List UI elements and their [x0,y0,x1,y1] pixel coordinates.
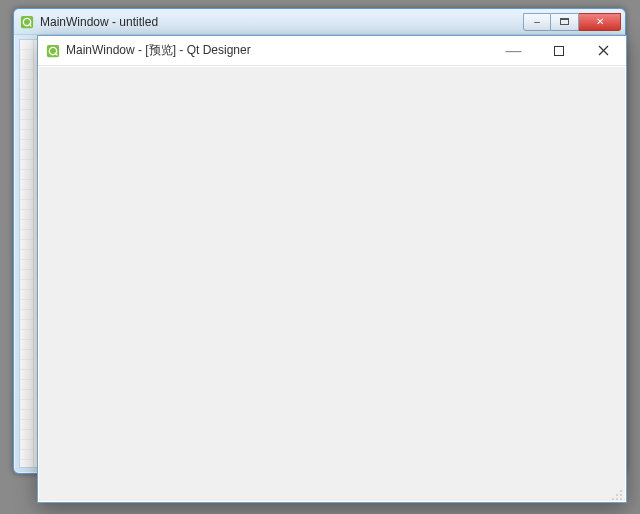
resize-grip-icon[interactable] [611,487,623,499]
designer-window-controls: – ✕ [523,13,621,31]
close-button[interactable]: ✕ [579,13,621,31]
close-button[interactable] [581,36,626,65]
maximize-icon [560,18,569,25]
qt-designer-icon [46,44,60,58]
preview-window: MainWindow - [预览] - Qt Designer — [37,35,627,503]
svg-point-9 [616,494,618,496]
preview-titlebar[interactable]: MainWindow - [预览] - Qt Designer — [38,36,626,66]
minimize-button[interactable]: – [523,13,551,31]
designer-ruler-gutter [20,40,34,467]
maximize-button[interactable] [551,13,579,31]
qt-designer-icon [20,15,34,29]
minimize-icon: – [534,16,540,27]
minimize-icon: — [506,42,522,60]
svg-point-10 [620,494,622,496]
preview-window-title: MainWindow - [预览] - Qt Designer [66,42,491,59]
close-icon [598,42,609,60]
maximize-button[interactable] [536,36,581,65]
svg-point-12 [616,498,618,500]
maximize-icon [554,46,564,56]
svg-point-11 [612,498,614,500]
minimize-button[interactable]: — [491,36,536,65]
svg-point-8 [620,490,622,492]
close-icon: ✕ [596,16,604,27]
designer-titlebar[interactable]: MainWindow - untitled – ✕ [14,9,625,35]
designer-window-title: MainWindow - untitled [40,15,523,29]
preview-client-area [39,67,625,501]
preview-window-controls: — [491,36,626,65]
svg-point-13 [620,498,622,500]
